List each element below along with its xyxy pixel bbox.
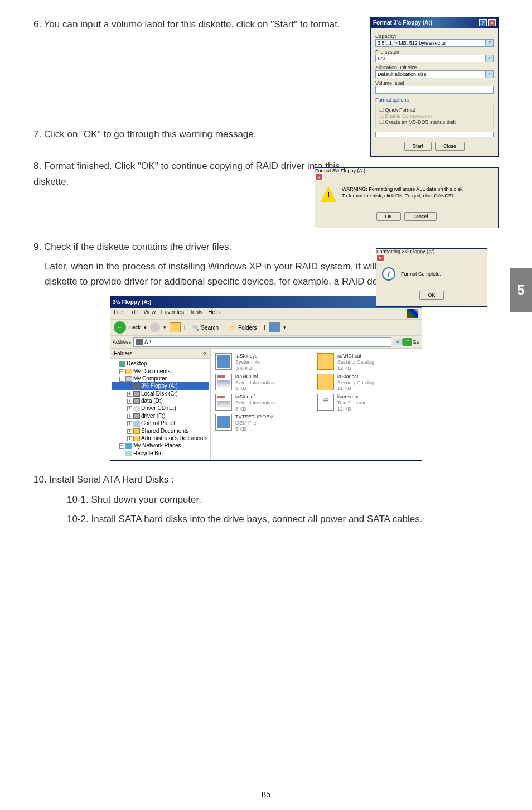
page-number: 85 [0, 789, 532, 799]
folder-icon [133, 428, 140, 434]
address-dropdown-icon[interactable]: ▾ [394, 339, 403, 345]
tree-label: Control Panel [141, 420, 175, 426]
menu-tools[interactable]: Tools [190, 309, 202, 318]
folder-icon [125, 369, 132, 374]
tree-item[interactable]: Desktop [112, 360, 209, 367]
folders-close-icon[interactable]: × [204, 350, 207, 356]
expand-icon[interactable]: + [127, 436, 132, 441]
file-name: iaAHCI.cat [337, 353, 374, 359]
address-label: Address [113, 339, 131, 345]
file-type: Setup Information [235, 380, 275, 386]
file-size: 12 KB [337, 406, 371, 412]
expand-icon[interactable]: + [119, 443, 124, 449]
tree-item[interactable]: +driver (F:) [112, 412, 209, 420]
close-button[interactable]: Close [435, 142, 465, 151]
forward-button[interactable] [150, 322, 160, 332]
file-item[interactable]: iaAHCI.infSetup Information9 KB [215, 374, 315, 392]
view-button[interactable] [269, 322, 280, 332]
expand-icon[interactable]: - [119, 377, 124, 382]
help-button[interactable]: ? [479, 19, 487, 26]
up-button[interactable] [170, 322, 181, 332]
chapter-tab: 5 [510, 268, 532, 312]
capacity-select[interactable]: 3.5", 1.44MB, 512 bytes/sector ▾ [375, 39, 494, 47]
menubar: File Edit View Favorites Tools Help [110, 308, 422, 320]
menu-favorites[interactable]: Favorites [161, 309, 184, 318]
file-name: iaStor.cat [337, 374, 374, 380]
complete-title: Formatting 3½ Floppy (A:) [376, 249, 435, 254]
file-name: iaStor.inf [235, 394, 275, 400]
tree-label: My Computer [133, 375, 167, 382]
chevron-down-icon: ▾ [486, 70, 494, 78]
file-item[interactable]: iaStor.infSetup Information8 KB [215, 394, 315, 412]
close-button[interactable]: × [376, 254, 384, 262]
menu-help[interactable]: Help [208, 309, 220, 318]
expand-icon[interactable]: + [127, 421, 132, 426]
tree-label: data (D:) [141, 398, 163, 404]
folders-button[interactable]: 📁 Folders [226, 323, 260, 332]
expand-icon[interactable]: + [127, 414, 132, 419]
go-button[interactable]: → [403, 337, 413, 347]
address-input[interactable]: A:\ [133, 337, 391, 347]
tree-item[interactable]: +Driver CD (E:) [112, 404, 209, 412]
menu-edit[interactable]: Edit [128, 309, 138, 318]
tree-label: Administrator's Documents [141, 435, 207, 441]
tree-item[interactable]: Recycle Bin [112, 450, 209, 457]
alloc-label: Allocation unit size [375, 65, 494, 70]
msdos-checkbox[interactable]: ☐ Create an MS-DOS startup disk [379, 119, 490, 125]
quick-format-checkbox[interactable]: ☐ Quick Format [379, 107, 490, 113]
cancel-button[interactable]: Cancel [404, 212, 437, 221]
menu-view[interactable]: View [143, 309, 156, 318]
folder-tree: Desktop+My Documents-My Computer3½ Flopp… [110, 359, 210, 458]
expand-icon[interactable]: + [127, 429, 132, 434]
disk-icon [133, 391, 140, 397]
cd-icon [133, 406, 140, 412]
tree-label: Driver CD (E:) [141, 405, 176, 411]
alloc-select[interactable]: Default allocation size ▾ [375, 70, 494, 78]
close-button[interactable]: × [488, 19, 496, 26]
ok-button[interactable]: OK [419, 291, 443, 300]
file-size: 5 KB [235, 426, 274, 432]
tree-item[interactable]: +My Network Places [112, 442, 209, 449]
step-7-text: 7. Click on "OK" to go through this warn… [33, 127, 340, 142]
file-item[interactable]: iaStor.catSecurity Catalog11 KB [317, 374, 417, 392]
file-item[interactable]: IaStor.sysSystem file386 KB [215, 353, 315, 371]
bin-icon [125, 451, 132, 456]
tree-item[interactable]: +My Documents [112, 368, 209, 375]
filesystem-label: File system [375, 49, 494, 55]
expand-icon[interactable]: + [127, 399, 132, 404]
file-item[interactable]: license.txtText Document12 KB [317, 394, 417, 412]
tree-item[interactable]: +Control Panel [112, 420, 209, 427]
file-item[interactable]: TXTSETUP.OEMOEM File5 KB [215, 414, 315, 432]
explorer-title: 3½ Floppy (A:) [113, 299, 151, 305]
tree-item[interactable]: +Administrator's Documents [112, 435, 209, 442]
volume-label: Volume label [375, 80, 494, 86]
file-item[interactable]: iaAHCI.catSecurity Catalog12 KB [317, 353, 417, 371]
file-icon [317, 374, 334, 390]
file-size: 8 KB [235, 406, 275, 412]
step-10-1-text: 10-1. Shut down your computer. [67, 492, 499, 507]
explorer-titlebar: 3½ Floppy (A:) _ □ × [110, 296, 422, 308]
tree-item[interactable]: -My Computer [112, 375, 209, 382]
tree-item[interactable]: +data (D:) [112, 397, 209, 404]
warning-text: WARNING: Formatting will erase ALL data … [342, 186, 492, 202]
folders-header: Folders × [110, 349, 210, 359]
close-button[interactable]: × [315, 173, 323, 181]
file-type: System file [235, 359, 260, 365]
volume-input[interactable] [375, 86, 494, 94]
desktop-icon [119, 361, 125, 367]
filesystem-select[interactable]: FAT ▾ [375, 55, 494, 62]
tree-item[interactable]: +Shared Documents [112, 427, 209, 435]
expand-icon[interactable]: + [127, 392, 132, 397]
back-dropdown-icon[interactable]: ▾ [144, 325, 147, 330]
tree-label: Recycle Bin [133, 450, 163, 456]
menu-file[interactable]: File [114, 309, 123, 318]
tree-item[interactable]: +Local Disk (C:) [112, 390, 209, 397]
expand-icon[interactable]: + [127, 406, 132, 411]
ok-button[interactable]: OK [376, 212, 400, 221]
expand-icon[interactable]: + [119, 369, 124, 374]
tree-item[interactable]: 3½ Floppy (A:) [112, 382, 209, 389]
start-button[interactable]: Start [404, 142, 432, 151]
search-button[interactable]: 🔍 Search [188, 323, 223, 332]
folder-icon [133, 436, 140, 441]
back-button[interactable]: ← [114, 321, 126, 334]
